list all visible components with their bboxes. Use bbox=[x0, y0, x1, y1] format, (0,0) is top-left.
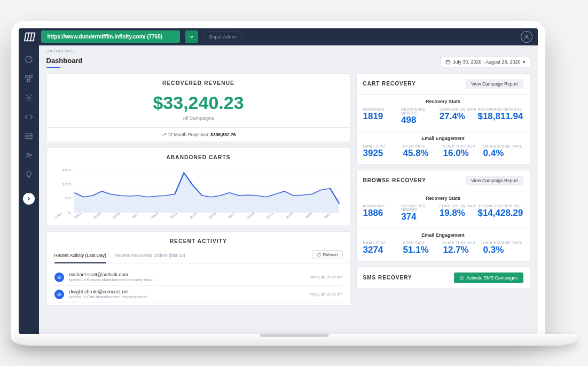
stat-label: CONVERSION RATE bbox=[440, 107, 478, 111]
user-avatar-icon[interactable] bbox=[521, 31, 532, 43]
stat-cell: RECOVERED ORDERS498 bbox=[401, 107, 440, 126]
tab-recovered-orders[interactable]: Recent Recovered Orders (last 10) bbox=[115, 248, 185, 263]
stat-value: 19.8% bbox=[440, 208, 478, 219]
stat-label: CONVERSION RATE bbox=[440, 204, 478, 208]
eye-icon bbox=[54, 290, 64, 299]
date-range-picker[interactable]: July 30, 2020 - August 28, 2020 ▾ bbox=[441, 57, 530, 67]
nav-products-icon[interactable] bbox=[20, 70, 37, 87]
site-url: https://www.dundermifflin.infinity.com/ … bbox=[48, 34, 163, 40]
stat-label: RECOVERED REVENUE bbox=[477, 204, 523, 208]
nav-settings-icon[interactable] bbox=[20, 89, 37, 106]
svg-rect-6 bbox=[26, 134, 32, 138]
activity-desc: opened a Browse Abandonment recovery ema… bbox=[69, 277, 304, 282]
refresh-button[interactable]: Refresh bbox=[312, 250, 342, 259]
nav-users-icon[interactable] bbox=[20, 147, 37, 164]
role-badge[interactable]: Super Admin bbox=[203, 32, 243, 42]
svg-text:150: 150 bbox=[61, 168, 70, 172]
browse-recovery-card: BROWSE RECOVERY View Campaign Report Rec… bbox=[356, 170, 530, 261]
stat-value: 0.3% bbox=[483, 245, 523, 255]
sms-recovery-card: SMS RECOVERY Activate SMS Campaigns bbox=[356, 267, 530, 290]
nav-billing-icon[interactable] bbox=[20, 128, 37, 145]
abandoned-carts-chart: 050100150 bbox=[54, 168, 343, 216]
title-underline bbox=[46, 67, 60, 68]
refresh-icon bbox=[317, 253, 321, 257]
stat-label: EMAIL SENT bbox=[363, 144, 403, 148]
svg-point-19 bbox=[58, 277, 60, 278]
date-range-label: July 30, 2020 - August 28, 2020 bbox=[453, 59, 521, 65]
site-selector[interactable]: https://www.dundermifflin.infinity.com/ … bbox=[41, 30, 180, 43]
stat-label: EMAIL SENT bbox=[363, 241, 403, 245]
stat-label: RECOVERED REVENUE bbox=[477, 107, 523, 111]
recent-heading: RECENT ACTIVITY bbox=[47, 232, 350, 248]
cart-stats-title: Recovery Stats bbox=[357, 95, 530, 106]
stat-cell: RECOVERED REVENUE$14,428.29 bbox=[477, 204, 523, 222]
browse-view-report-button[interactable]: View Campaign Report bbox=[466, 176, 523, 185]
stat-label: ABANDONS bbox=[363, 107, 402, 111]
cart-view-report-button[interactable]: View Campaign Report bbox=[466, 79, 523, 89]
revenue-subtitle: All Campaigns bbox=[47, 115, 350, 127]
nav-code-icon[interactable] bbox=[20, 108, 37, 126]
stat-cell: ABANDONS1886 bbox=[363, 204, 402, 222]
stat-label: ABANDONS bbox=[363, 204, 402, 208]
stat-cell: ABANDONS1819 bbox=[363, 107, 402, 126]
browse-engage-title: Email Engagement bbox=[357, 228, 530, 240]
stat-value: 12.7% bbox=[443, 245, 483, 255]
site-selector-chevron[interactable] bbox=[185, 30, 198, 43]
svg-point-0 bbox=[526, 35, 528, 37]
cart-recovery-title: CART RECOVERY bbox=[363, 81, 416, 87]
chevron-down-icon: ▾ bbox=[523, 59, 526, 65]
stat-value: 45.8% bbox=[403, 148, 443, 159]
recent-activity-card: RECENT ACTIVITY Recent Activity (Last Da… bbox=[46, 231, 351, 306]
svg-rect-4 bbox=[27, 79, 30, 82]
stat-cell: EMAIL SENT3274 bbox=[363, 241, 403, 255]
abandoned-carts-card: ABANDONED CARTS 050100150 07/3008/0108/0… bbox=[46, 147, 351, 226]
activate-sms-button[interactable]: Activate SMS Campaigns bbox=[454, 272, 523, 283]
activity-desc: opened a Cart Abandonment recovery email bbox=[69, 294, 304, 299]
stat-value: 0.4% bbox=[483, 148, 523, 159]
projection-label: 12 Month Projection: bbox=[168, 132, 209, 137]
cart-engage-title: Email Engagement bbox=[357, 131, 530, 143]
activate-sms-label: Activate SMS Campaigns bbox=[466, 275, 518, 281]
tab-recent-activity[interactable]: Recent Activity (Last Day) bbox=[54, 248, 106, 263]
stat-value: $18,811.94 bbox=[477, 111, 523, 122]
lock-icon bbox=[459, 275, 464, 280]
stat-label: OPEN RATE bbox=[403, 241, 443, 245]
page-title: Dashboard bbox=[46, 57, 83, 65]
trend-icon bbox=[161, 132, 167, 137]
svg-point-7 bbox=[27, 135, 28, 137]
stat-cell: RECOVERED REVENUE$18,811.94 bbox=[477, 107, 523, 126]
activity-item[interactable]: michael.scott@outlook.comopened a Browse… bbox=[54, 269, 343, 286]
refresh-label: Refresh bbox=[323, 252, 338, 257]
stat-value: 51.1% bbox=[403, 245, 443, 255]
stat-label: CLICK THROUGH bbox=[443, 144, 483, 148]
sidebar-expand-icon[interactable] bbox=[23, 193, 35, 205]
stat-value: 3925 bbox=[363, 148, 403, 159]
revenue-heading: RECOVERED REVENUE bbox=[47, 74, 350, 90]
stat-label: UNSUBSCRIBE RATE bbox=[483, 144, 523, 148]
revenue-projection: 12 Month Projection: $398,882.76 bbox=[47, 127, 350, 142]
stat-cell: EMAIL SENT3925 bbox=[363, 144, 403, 159]
stat-value: 1886 bbox=[363, 208, 402, 219]
activity-item[interactable]: dwight.shrute@comcast.netopened a Cart A… bbox=[54, 286, 343, 303]
stat-value: 16.0% bbox=[443, 148, 483, 159]
stat-value: 27.4% bbox=[440, 111, 478, 122]
stat-label: RECOVERED ORDERS bbox=[401, 107, 440, 115]
nav-ideas-icon[interactable] bbox=[20, 166, 37, 183]
stat-cell: RECOVERED ORDERS374 bbox=[401, 204, 440, 222]
browse-recovery-title: BROWSE RECOVERY bbox=[363, 177, 427, 183]
stat-value: 498 bbox=[401, 115, 440, 126]
activity-email: michael.scott@outlook.com bbox=[69, 272, 304, 277]
svg-text:50: 50 bbox=[65, 197, 71, 200]
stat-value: $14,428.29 bbox=[477, 208, 523, 219]
nav-dashboard-icon[interactable] bbox=[20, 51, 37, 68]
stat-cell: UNSUBSCRIBE RATE0.3% bbox=[483, 241, 523, 255]
svg-point-20 bbox=[58, 294, 60, 295]
stat-label: OPEN RATE bbox=[403, 144, 443, 148]
abandoned-heading: ABANDONED CARTS bbox=[47, 148, 350, 165]
eye-icon bbox=[54, 272, 64, 282]
stat-value: 374 bbox=[401, 212, 440, 222]
sidebar bbox=[19, 45, 39, 334]
stat-value: 3274 bbox=[363, 245, 403, 255]
stat-label: UNSUBSCRIBE RATE bbox=[483, 241, 523, 245]
svg-rect-10 bbox=[446, 60, 450, 64]
